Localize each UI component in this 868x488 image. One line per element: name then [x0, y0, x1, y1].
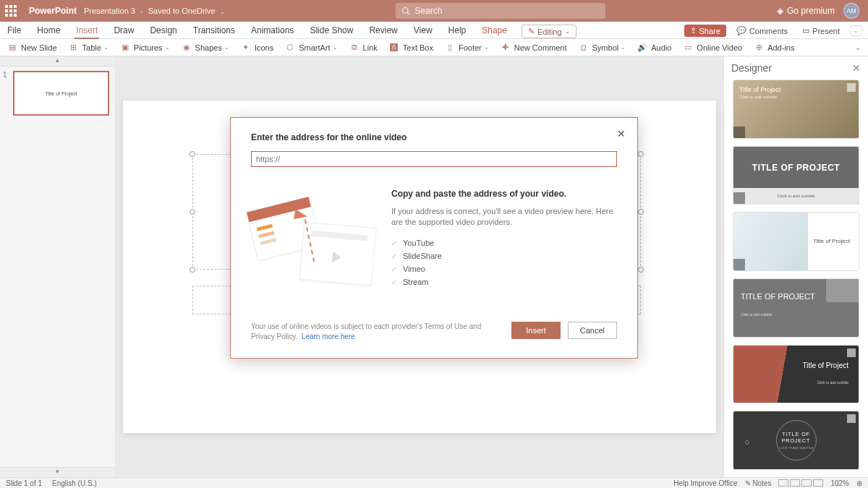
check-icon: ✓ [391, 278, 397, 286]
video-url-input[interactable] [251, 151, 617, 167]
learn-more-link[interactable]: Learn more here [302, 333, 355, 341]
provider-youtube: ✓YouTube [391, 236, 617, 249]
dialog-overlay: ✕ Enter the address for the online video… [0, 0, 868, 488]
insert-button[interactable]: Insert [511, 322, 561, 339]
provider-stream: ✓Stream [391, 275, 617, 288]
check-icon: ✓ [391, 239, 397, 247]
online-video-dialog: ✕ Enter the address for the online video… [230, 117, 638, 359]
provider-vimeo: ✓Vimeo [391, 262, 617, 275]
close-icon[interactable]: ✕ [617, 128, 626, 140]
check-icon: ✓ [391, 265, 397, 273]
dialog-description: If your address is correct, you'll see a… [391, 206, 617, 228]
cancel-button[interactable]: Cancel [568, 322, 617, 339]
dialog-illustration [251, 189, 374, 297]
check-icon: ✓ [391, 252, 397, 260]
legal-text: Your use of online videos is subject to … [251, 322, 497, 342]
dialog-heading: Copy and paste the address of your video… [391, 189, 617, 199]
provider-slideshare: ✓SlideShare [391, 249, 617, 262]
dialog-title: Enter the address for the online video [251, 132, 617, 142]
